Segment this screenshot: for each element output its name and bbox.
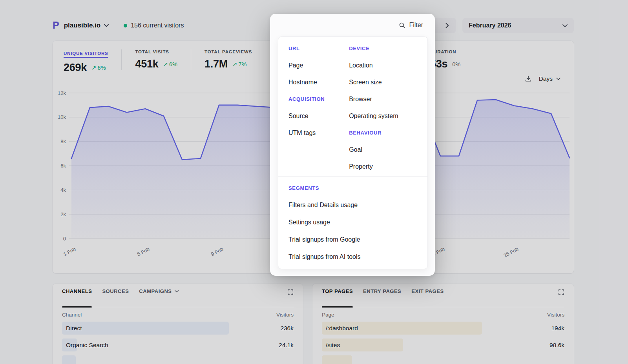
table-header: PageVisitors (322, 312, 564, 318)
tab-top-pages[interactable]: TOP PAGES (322, 288, 353, 307)
filter-heading-device: DEVICE (349, 40, 417, 57)
row-label: Organic Search (62, 342, 108, 349)
current-visitors-label: 156 current visitors (131, 22, 184, 29)
filter-search-button[interactable]: Filter (399, 22, 423, 29)
table-row-organic-search[interactable]: Organic Search24.1k (62, 339, 294, 351)
date-range-picker[interactable]: February 2026 (462, 18, 574, 33)
svg-text:4k: 4k (60, 187, 66, 193)
svg-text:10k: 10k (58, 114, 66, 120)
tab-sources[interactable]: SOURCES (102, 288, 129, 307)
filter-item-browser[interactable]: Browser (349, 91, 417, 107)
stat-change-value: 7% (239, 61, 247, 67)
filter-item-property[interactable]: Property (349, 158, 417, 175)
filter-item-operating-system[interactable]: Operating system (349, 107, 417, 124)
table-row-partial[interactable] (62, 355, 294, 364)
table-row-partial[interactable] (322, 355, 564, 364)
chevron-down-icon (562, 24, 568, 27)
arrow-up-right-icon: ↗ (232, 61, 237, 67)
chevron-down-icon (556, 77, 560, 80)
segments-list: SEGMENTSFilters and Details usageSetting… (288, 177, 417, 266)
filter-heading-acquisition: ACQUISITION (288, 91, 349, 107)
current-visitors[interactable]: 156 current visitors (124, 22, 184, 29)
column-header-channel: Channel (62, 312, 82, 318)
row-bar (62, 322, 229, 335)
filter-item-goal[interactable]: Goal (349, 141, 417, 158)
site-switcher[interactable]: plausible.io (64, 22, 109, 29)
filter-item-source[interactable]: Source (288, 107, 349, 124)
row-label: Direct (62, 325, 82, 332)
interval-dropdown[interactable]: Days (539, 75, 560, 82)
row-label: /sites (322, 342, 340, 349)
tab-label: CHANNELS (62, 288, 92, 294)
svg-text:8k: 8k (60, 138, 66, 144)
stat-label: TOTAL VISITS (135, 49, 177, 54)
stat-label: TOTAL PAGEVIEWS (204, 49, 252, 54)
stat-change: ↗6% (91, 65, 106, 71)
svg-text:9 Feb: 9 Feb (210, 246, 224, 257)
svg-text:5 Feb: 5 Feb (136, 246, 150, 257)
stat-value: 269k (64, 62, 87, 74)
table-row-dashboard[interactable]: /:dashboard194k (322, 322, 564, 335)
table-row-direct[interactable]: Direct236k (62, 322, 294, 335)
tab-exit-pages[interactable]: EXIT PAGES (411, 288, 444, 307)
tab-entry-pages[interactable]: ENTRY PAGES (363, 288, 401, 307)
tab-channels[interactable]: CHANNELS (62, 288, 92, 307)
arrow-up-right-icon: ↗ (91, 65, 97, 71)
channels-card: CHANNELSSOURCESCAMPAIGNSChannelVisitorsD… (53, 284, 303, 364)
segment-item-trial-signups-from-google[interactable]: Trial signups from Google (288, 231, 417, 248)
live-dot-icon (124, 24, 127, 27)
filter-column-left: URLPageHostnameACQUISITIONSourceUTM tags (288, 40, 349, 175)
column-header-visitors: Visitors (276, 312, 294, 318)
stat-change: ↗7% (232, 61, 247, 67)
stat-total-pageviews[interactable]: TOTAL PAGEVIEWS1.7M↗7% (191, 49, 265, 70)
filter-heading-segments: SEGMENTS (288, 179, 417, 197)
row-value: 98.6k (550, 342, 564, 349)
segment-item-settings-usage[interactable]: Settings usage (288, 214, 417, 231)
column-header-page: Page (322, 312, 334, 318)
row-label: /:dashboard (322, 325, 358, 332)
stat-change-value: 0% (452, 61, 460, 67)
chart-controls: Days (525, 75, 560, 82)
expand-icon[interactable] (558, 289, 564, 295)
stat-change: 0% (452, 61, 460, 67)
filter-item-location[interactable]: Location (349, 57, 417, 74)
filter-heading-behaviour: BEHAVIOUR (349, 124, 417, 141)
filter-item-page[interactable]: Page (288, 57, 349, 74)
tab-bar: TOP PAGESENTRY PAGESEXIT PAGES (322, 288, 564, 307)
row-bar (322, 355, 352, 364)
search-icon (399, 22, 405, 29)
chevron-down-icon (175, 290, 179, 293)
filter-panel: URLPageHostnameACQUISITIONSourceUTM tags… (278, 36, 428, 269)
date-range-label: February 2026 (469, 22, 511, 29)
tab-label: ENTRY PAGES (363, 288, 401, 294)
interval-label: Days (539, 75, 553, 82)
svg-text:25 Feb: 25 Feb (502, 246, 519, 258)
svg-text:2k: 2k (60, 211, 66, 217)
table-row-sites[interactable]: /sites98.6k (322, 339, 564, 351)
export-download-icon[interactable] (525, 75, 532, 82)
tab-campaigns[interactable]: CAMPAIGNS (139, 288, 178, 307)
svg-text:6k: 6k (60, 163, 66, 169)
filter-item-screen-size[interactable]: Screen size (349, 74, 417, 91)
filter-item-hostname[interactable]: Hostname (288, 74, 349, 91)
stat-change-value: 6% (169, 61, 177, 67)
next-period-button[interactable] (440, 19, 455, 32)
stat-change-value: 6% (98, 65, 106, 71)
row-bar (62, 355, 76, 364)
svg-text:12k: 12k (58, 90, 66, 96)
arrow-up-right-icon: ↗ (163, 61, 168, 67)
top-pages-card: TOP PAGESENTRY PAGESEXIT PAGESPageVisito… (312, 284, 574, 364)
svg-text:1 Feb: 1 Feb (62, 246, 77, 257)
segment-item-trial-signups-from-ai-tools[interactable]: Trial signups from AI tools (288, 248, 417, 266)
stat-value: 1.7M (204, 58, 228, 70)
row-value: 24.1k (279, 342, 294, 349)
segment-item-filters-and-details-usage[interactable]: Filters and Details usage (288, 197, 417, 214)
stat-change: ↗6% (163, 61, 177, 67)
svg-text:0: 0 (63, 236, 66, 242)
filter-item-utm-tags[interactable]: UTM tags (288, 124, 349, 141)
stat-unique-visitors[interactable]: UNIQUE VISITORS269k↗6% (64, 49, 121, 74)
table-header: ChannelVisitors (62, 312, 294, 318)
filter-column-right: DEVICELocationScreen sizeBrowserOperatin… (349, 40, 417, 175)
expand-icon[interactable] (287, 289, 294, 295)
stat-total-visits[interactable]: TOTAL VISITS451k↗6% (121, 49, 191, 70)
